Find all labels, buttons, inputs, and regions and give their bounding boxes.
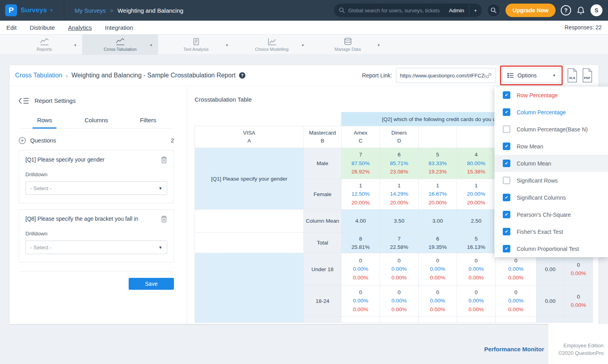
chevron-down-icon[interactable]: ▾ — [150, 42, 152, 47]
collapse-panel-icon[interactable] — [19, 98, 29, 104]
drilldown-label: Drilldown — [25, 171, 167, 177]
menu-item-pearsons-chi-square[interactable]: Pearson's Chi-Square — [494, 206, 608, 223]
menu-item-significant-columns[interactable]: Significant Columns — [494, 189, 608, 206]
responses-count[interactable]: Responses: 22 — [565, 24, 602, 31]
user-avatar[interactable]: S — [591, 4, 602, 16]
ribbon-tab-cross-tabulation[interactable]: Cross-Tabulation ▾ — [82, 35, 158, 55]
search-placeholder[interactable]: Global search for users, surveys, ticket… — [348, 8, 444, 13]
breadcrumb-chevron-icon: › — [66, 72, 68, 79]
ribbon-tab-text-analysis[interactable]: Text Analysis ▾ — [158, 35, 234, 55]
tab-filters[interactable]: Filters — [122, 113, 174, 128]
menu-item-significant-rows[interactable]: Significant Rows — [494, 172, 608, 189]
row-label-18-24: 18-24 — [304, 285, 342, 317]
save-button[interactable]: Save — [129, 278, 174, 290]
menu-item-fishers-exact-test[interactable]: Fisher's Exact Test — [494, 223, 608, 240]
settings-panel-title: Report Settings — [35, 97, 75, 104]
checkbox-checked-icon[interactable] — [503, 194, 510, 201]
menu-item-row-mean[interactable]: Row Mean — [494, 138, 608, 155]
help-badge-icon[interactable]: ? — [239, 72, 245, 79]
menu-item-column-proportional-test[interactable]: Column Proportional Test — [494, 240, 608, 257]
notifications-bell-icon[interactable] — [576, 6, 585, 15]
row-mean-cell: 0.00 — [537, 285, 564, 317]
row-total-cell: 00.00% — [564, 253, 593, 285]
database-icon — [344, 38, 352, 45]
questions-label: Questions — [30, 137, 56, 144]
cross-tabulation-breadcrumb-link[interactable]: Cross Tabulation — [15, 72, 62, 79]
chevron-down-icon[interactable]: ▾ — [226, 42, 228, 47]
tab-columns[interactable]: Columns — [70, 113, 122, 128]
search-button[interactable] — [487, 4, 500, 17]
ribbon-tab-label: Text Analysis — [183, 47, 209, 52]
product-switcher[interactable]: P Surveys ▾ — [0, 0, 64, 21]
menu-item-column-mean[interactable]: Column Mean — [494, 155, 608, 172]
ribbon-tab-manage-data[interactable]: Manage Data ▾ — [310, 35, 386, 55]
covered-header — [419, 126, 457, 148]
export-xls-button[interactable]: XLS — [567, 68, 578, 83]
question-text: [Q1] Please specify your gender — [25, 156, 161, 163]
nav-analytics[interactable]: Analytics — [68, 24, 92, 31]
help-icon[interactable]: ? — [561, 5, 571, 15]
table-spacer — [195, 112, 342, 126]
delete-question-icon[interactable] — [161, 216, 167, 223]
checkbox-checked-icon[interactable] — [503, 228, 510, 235]
ribbon-tab-reports[interactable]: Reports ▾ — [6, 35, 82, 55]
checkbox-checked-icon[interactable] — [503, 91, 510, 99]
checkbox-checked-icon[interactable] — [503, 211, 510, 218]
questions-count: 2 — [171, 137, 174, 144]
ribbon-tab-choice-modelling[interactable]: Choice Modelling ▾ — [234, 35, 310, 55]
report-title: Weighting and Balancing - Sample Crossta… — [71, 72, 235, 79]
crosstab-cell: 3.00 — [419, 210, 457, 233]
chevron-down-icon: ▼ — [158, 245, 162, 250]
export-pdf-button[interactable]: PDF — [582, 68, 593, 83]
upgrade-now-button[interactable]: Upgrade Now — [506, 4, 556, 17]
link-icon[interactable] — [485, 72, 492, 79]
menu-item-column-percentage-base-n[interactable]: Column Percentage(Base N) — [494, 121, 608, 138]
add-question-icon[interactable] — [19, 137, 26, 144]
clipped-row-label — [304, 317, 342, 323]
global-search-input[interactable]: Global search for users, surveys, ticket… — [334, 4, 482, 17]
checkbox-checked-icon[interactable] — [503, 108, 510, 116]
menu-item-column-percentage[interactable]: Column Percentage — [494, 104, 608, 121]
options-highlight-annotation: Options ▾ — [500, 65, 563, 85]
ribbon-tab-label: Cross-Tabulation — [104, 47, 137, 52]
chevron-down-icon[interactable]: ▾ — [378, 42, 380, 47]
tab-rows[interactable]: Rows — [19, 113, 70, 128]
select-value: - Select - — [30, 185, 158, 191]
search-scope-dropdown[interactable]: ▾ — [469, 4, 482, 17]
report-link-label: Report Link: — [362, 72, 392, 79]
row-label-total: Total — [304, 233, 342, 253]
drilldown-select[interactable]: - Select - ▼ — [25, 241, 167, 254]
crosstab-cell: 114.29%20.00% — [380, 179, 419, 210]
checkbox-unchecked-icon[interactable] — [503, 125, 510, 133]
question-text: [Q8] Please specify the age bracket you … — [25, 216, 161, 222]
delete-question-icon[interactable] — [161, 156, 167, 164]
chevron-down-icon[interactable]: ▾ — [302, 42, 304, 47]
search-scope-value[interactable]: Admin — [444, 8, 469, 13]
checkbox-unchecked-icon[interactable] — [503, 177, 510, 184]
chevron-down-icon[interactable]: ▾ — [50, 8, 52, 12]
checkbox-checked-icon[interactable] — [503, 245, 510, 252]
report-url-value[interactable]: https://www.questionpro.com/t/lFFCZg — [400, 73, 485, 79]
breadcrumb-my-surveys[interactable]: My Surveys — [75, 7, 106, 14]
chevron-down-icon[interactable]: ▾ — [74, 42, 76, 47]
crosstab-cell: 00.00%0.00% — [342, 285, 380, 317]
drilldown-select[interactable]: - Select - ▼ — [25, 181, 167, 195]
report-url-input[interactable]: https://www.questionpro.com/t/lFFCZg — [396, 68, 496, 83]
options-list-icon — [508, 73, 514, 78]
report-actions: Report Link: https://www.questionpro.com… — [362, 65, 593, 85]
crosstab-cell: 480.00%15.38% — [457, 148, 496, 179]
menu-item-row-percentage[interactable]: Row Percentage — [494, 87, 608, 104]
questionpro-logo[interactable]: P — [5, 4, 17, 16]
row-mean-cell: 0.00 — [537, 253, 564, 285]
clipped-cell — [537, 317, 564, 323]
product-name[interactable]: Surveys — [21, 6, 47, 14]
options-button[interactable]: Options ▾ — [502, 68, 560, 83]
clipped-cell — [457, 317, 496, 323]
checkbox-checked-icon[interactable] — [503, 143, 510, 150]
nav-edit[interactable]: Edit — [6, 24, 17, 31]
covered-header — [457, 126, 496, 148]
performance-monitor-link[interactable]: Performance Monitor — [484, 346, 544, 352]
nav-integration[interactable]: Integration — [105, 24, 133, 31]
checkbox-checked-icon[interactable] — [503, 160, 510, 167]
nav-distribute[interactable]: Distribute — [30, 24, 55, 31]
